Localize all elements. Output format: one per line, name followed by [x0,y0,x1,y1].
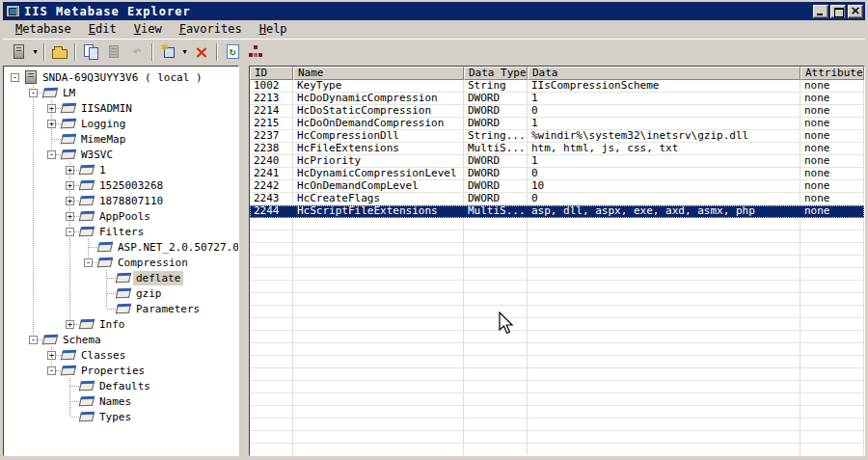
table-row[interactable] [250,281,864,293]
expand-icon[interactable]: + [66,212,74,221]
table-cell [800,256,864,268]
tree-item-info[interactable]: +Info [6,316,238,332]
collapse-icon[interactable]: - [47,366,56,375]
tree-item-names[interactable]: Names [6,393,238,409]
table-row[interactable] [250,431,864,444]
refresh-button[interactable] [221,41,244,63]
table-cell: HcDoStaticCompression [293,105,464,118]
tree-item-classes[interactable]: +Classes [6,347,238,363]
table-row[interactable] [250,406,864,419]
table-row[interactable] [250,318,864,331]
table-row[interactable]: 1002KeyTypeStringIIsCompressionSchemenon… [250,80,864,93]
tree-guide [24,193,42,208]
table-row[interactable] [250,331,864,343]
table-row[interactable]: 2237HcCompressionDllString...%windir%\sy… [250,130,864,143]
table-row[interactable] [250,243,864,256]
tree-item-asp-net-2-0-50727-0[interactable]: ASP.NET_2.0.50727.0 [6,239,238,255]
tree-item-deflate[interactable]: deflate [6,270,238,285]
tree-item-apppools[interactable]: +AppPools [6,208,238,224]
table-row[interactable] [250,256,864,268]
delete-button[interactable]: × [190,41,213,63]
table-row[interactable] [250,368,864,381]
collapse-icon[interactable]: - [29,336,38,344]
tree-item-1878807110[interactable]: +1878807110 [6,193,238,208]
tree-item-properties[interactable]: -Properties [6,363,238,378]
collapse-icon[interactable]: - [84,258,93,267]
table-row[interactable]: 2244HcScriptFileExtensionsMultiS...asp, … [250,205,864,218]
tree-item-logging[interactable]: +Logging [6,116,238,131]
column-header-data[interactable]: Data [528,67,800,80]
connect-server-button[interactable] [7,41,30,63]
expand-icon[interactable]: + [66,181,74,190]
column-header-attributes[interactable]: Attributes [800,67,864,80]
tree-item-w3svc[interactable]: -W3SVC [6,147,238,162]
tree-item-parameters[interactable]: Parameters [6,301,238,316]
table-row[interactable] [250,268,864,281]
table-cell [528,306,800,318]
table-cell [250,368,293,381]
column-header-data-type[interactable]: Data Type [464,67,528,80]
new-key-button[interactable] [156,41,179,63]
expand-icon[interactable]: + [47,351,56,360]
table-row[interactable] [250,356,864,368]
expand-icon[interactable]: + [66,166,74,175]
menu-help[interactable]: Help [251,21,296,38]
tree-item-compression[interactable]: -Compression [6,255,238,270]
menu-edit[interactable]: Edit [80,21,125,38]
table-row[interactable] [250,293,864,306]
table-row[interactable]: 2214HcDoStaticCompressionDWORD0none [250,105,864,118]
tree-item-schema[interactable]: -Schema [6,332,238,347]
close-button[interactable] [848,5,863,18]
expand-icon[interactable]: + [66,320,74,329]
minimize-button[interactable] [813,5,828,18]
collapse-icon[interactable]: - [11,73,19,82]
connect-server-button-dropdown[interactable]: ▼ [30,41,41,63]
menu-metabase[interactable]: Metabase [7,21,80,38]
table-row[interactable] [250,343,864,356]
table-row[interactable]: 2238HcFileExtensionsMultiS...htm, html, … [250,143,864,155]
table-row[interactable] [250,393,864,406]
tree-guide [61,301,79,316]
table-row[interactable]: 2240HcPriorityDWORD1none [250,155,864,168]
menu-favorites[interactable]: Favorites [171,21,251,38]
table-row[interactable]: 2243HcCreateFlagsDWORD0none [250,193,864,205]
table-row[interactable] [250,444,864,455]
menu-view[interactable]: View [125,21,171,38]
table-row[interactable]: 2242HcOnDemandCompLevelDWORD10none [250,180,864,193]
collapse-icon[interactable]: - [29,89,38,97]
expand-icon[interactable]: + [47,104,56,113]
tree-item-iisadmin[interactable]: +IISADMIN [6,100,238,116]
collapse-icon[interactable]: - [66,228,74,236]
table-row[interactable]: 2215HcDoOnDemandCompressionDWORD1none [250,118,864,130]
collapse-icon[interactable]: - [47,150,56,159]
tree-item-1[interactable]: +1 [6,162,238,177]
tree-item-1525003268[interactable]: +1525003268 [6,177,238,193]
column-header-name[interactable]: Name [293,67,464,80]
tree-item-snda-69q3uyy3v6-local-[interactable]: -SNDA-69Q3UYY3V6 ( local ) [6,69,238,85]
table-cell [528,331,800,343]
expand-icon[interactable]: + [47,120,56,128]
maximize-button[interactable] [830,5,846,18]
table-row[interactable] [250,306,864,318]
hierarchy-view-button[interactable] [244,41,267,63]
table-row[interactable] [250,381,864,393]
tree-item-defaults[interactable]: Defaults [6,378,238,393]
pane-splitter[interactable] [239,66,249,456]
table-row[interactable] [250,419,864,431]
table-row[interactable] [250,218,864,230]
tree-item-gzip[interactable]: gzip [6,285,238,301]
open-button[interactable] [48,41,71,63]
tree-item-filters[interactable]: -Filters [6,224,238,239]
tree-item-lm[interactable]: -LM [6,85,238,100]
table-row[interactable]: 2213HcDoDynamicCompressionDWORD1none [250,93,864,105]
tree-guide [6,347,24,363]
table-cell [800,381,864,393]
table-row[interactable]: 2241HcDynamicCompressionLevelDWORD0none [250,168,864,180]
tree-item-types[interactable]: Types [6,409,238,424]
column-header-id[interactable]: ID [250,67,293,80]
new-key-button-dropdown[interactable]: ▼ [179,41,190,63]
table-row[interactable] [250,230,864,243]
tree-item-mimemap[interactable]: MimeMap [6,131,238,147]
expand-icon[interactable]: + [66,197,74,205]
copy-button[interactable] [79,41,102,63]
